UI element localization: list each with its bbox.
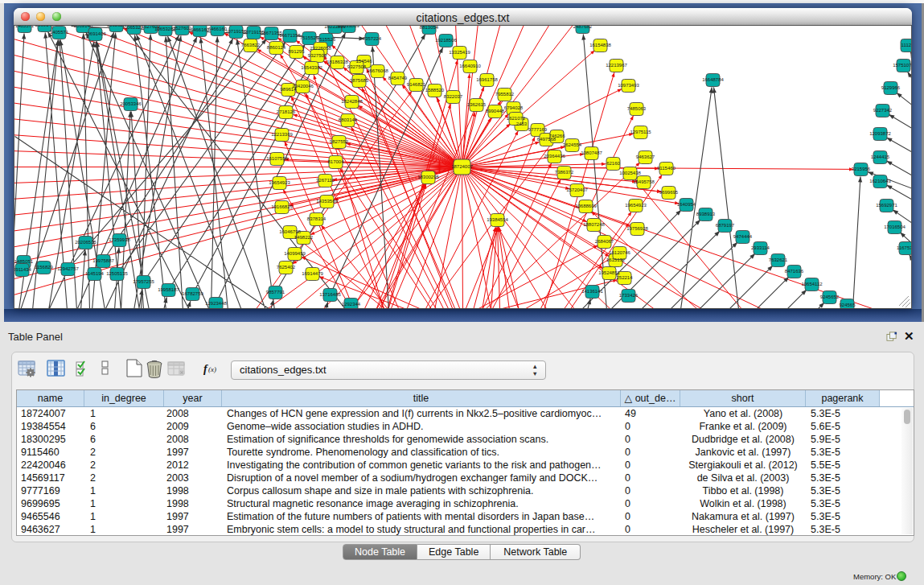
svg-text:12213369: 12213369 bbox=[271, 132, 293, 137]
svg-text:3624554: 3624554 bbox=[563, 142, 582, 147]
svg-text:746266: 746266 bbox=[548, 134, 565, 138]
svg-text:17957255: 17957255 bbox=[133, 279, 154, 284]
svg-text:16154838: 16154838 bbox=[589, 43, 611, 47]
svg-text:12942757: 12942757 bbox=[57, 266, 79, 271]
svg-text:14136141: 14136141 bbox=[581, 289, 603, 294]
svg-text:1292344: 1292344 bbox=[342, 302, 361, 307]
svg-text:1156829: 1156829 bbox=[35, 265, 54, 270]
svg-text:19958187: 19958187 bbox=[158, 287, 179, 292]
svg-text:1167534: 1167534 bbox=[897, 245, 912, 250]
svg-text:18242848: 18242848 bbox=[341, 99, 363, 104]
svg-text:10025438: 10025438 bbox=[619, 171, 641, 175]
svg-text:9827552: 9827552 bbox=[330, 139, 349, 144]
svg-text:16961758: 16961758 bbox=[476, 77, 498, 82]
svg-text:2684067: 2684067 bbox=[595, 239, 614, 244]
svg-text:6879197: 6879197 bbox=[716, 223, 735, 228]
svg-text:16782759: 16782759 bbox=[182, 291, 203, 296]
svg-text:891295: 891295 bbox=[288, 49, 305, 54]
svg-text:20691406: 20691406 bbox=[84, 31, 106, 36]
svg-text:8454749: 8454749 bbox=[388, 76, 408, 80]
svg-text:7485063: 7485063 bbox=[627, 106, 647, 111]
svg-text:26676068: 26676068 bbox=[367, 68, 388, 73]
svg-text:3215956: 3215956 bbox=[852, 167, 871, 171]
svg-text:19654923: 19654923 bbox=[269, 180, 290, 185]
svg-text:16120746: 16120746 bbox=[609, 250, 630, 255]
svg-text:10973493: 10973493 bbox=[618, 83, 639, 88]
svg-text:9115460: 9115460 bbox=[657, 166, 676, 171]
svg-text:154546: 154546 bbox=[355, 59, 372, 64]
svg-text:924565: 924565 bbox=[839, 303, 856, 307]
svg-text:16543382: 16543382 bbox=[301, 65, 322, 70]
svg-text:9327508: 9327508 bbox=[347, 64, 367, 69]
svg-text:7386372: 7386372 bbox=[555, 170, 574, 175]
svg-text:(x): (x) bbox=[208, 365, 216, 373]
svg-text:18724007: 18724007 bbox=[451, 164, 473, 169]
svg-text:9463627: 9463627 bbox=[636, 154, 655, 159]
svg-text:1244415: 1244415 bbox=[871, 154, 890, 159]
svg-text:8990448: 8990448 bbox=[486, 109, 505, 113]
svg-text:8860124: 8860124 bbox=[267, 45, 286, 50]
svg-text:15751074: 15751074 bbox=[893, 63, 912, 68]
svg-text:7632621: 7632621 bbox=[769, 257, 788, 262]
svg-text:1498222: 1498222 bbox=[294, 235, 314, 240]
svg-text:17359938: 17359938 bbox=[109, 237, 130, 242]
svg-text:19166825: 19166825 bbox=[271, 204, 293, 209]
svg-text:10654112: 10654112 bbox=[801, 282, 823, 286]
svg-text:18186328: 18186328 bbox=[326, 60, 348, 64]
svg-text:19975887: 19975887 bbox=[92, 258, 114, 263]
svg-text:2933114: 2933114 bbox=[751, 245, 770, 250]
svg-text:3911434: 3911434 bbox=[14, 267, 32, 272]
svg-text:252214: 252214 bbox=[616, 275, 633, 280]
svg-text:16046798: 16046798 bbox=[279, 229, 301, 234]
svg-text:1527602: 1527602 bbox=[173, 26, 192, 31]
svg-text:11123: 11123 bbox=[901, 43, 912, 47]
svg-text:8471636: 8471636 bbox=[785, 269, 804, 274]
svg-text:19654923: 19654923 bbox=[625, 203, 647, 208]
svg-text:9129966: 9129966 bbox=[881, 85, 901, 90]
svg-text:1405571: 1405571 bbox=[50, 30, 69, 35]
svg-text:1485051: 1485051 bbox=[14, 259, 34, 264]
svg-text:16914479: 16914479 bbox=[302, 271, 323, 276]
svg-text:13325419: 13325419 bbox=[449, 50, 470, 55]
svg-text:8322037: 8322037 bbox=[444, 94, 463, 99]
svg-text:12975115: 12975115 bbox=[630, 130, 651, 134]
svg-text:18807248: 18807248 bbox=[583, 222, 605, 227]
svg-text:14099459: 14099459 bbox=[284, 251, 306, 256]
svg-text:7955812: 7955812 bbox=[495, 92, 515, 97]
svg-text:12923448: 12923448 bbox=[205, 301, 227, 306]
svg-text:8938913: 8938913 bbox=[696, 212, 716, 216]
svg-text:15495758: 15495758 bbox=[633, 179, 655, 184]
svg-text:10807487: 10807487 bbox=[581, 150, 602, 155]
svg-text:16107554: 16107554 bbox=[266, 156, 288, 161]
svg-text:19218506: 19218506 bbox=[435, 38, 457, 43]
svg-text:8378314: 8378314 bbox=[307, 216, 326, 221]
svg-text:20053346: 20053346 bbox=[120, 101, 142, 106]
svg-text:9327509: 9327509 bbox=[308, 53, 327, 58]
svg-text:1733426: 1733426 bbox=[619, 293, 639, 298]
svg-text:16671355: 16671355 bbox=[279, 33, 301, 38]
svg-text:18300295: 18300295 bbox=[417, 175, 439, 179]
svg-text:12093872: 12093872 bbox=[869, 131, 891, 136]
svg-text:9474444: 9474444 bbox=[733, 234, 753, 239]
svg-text:2453: 2453 bbox=[516, 122, 528, 126]
svg-text:9146821: 9146821 bbox=[407, 82, 426, 87]
svg-text:1615132: 1615132 bbox=[606, 257, 626, 262]
svg-text:16210643: 16210643 bbox=[869, 179, 891, 183]
svg-text:3875685: 3875685 bbox=[350, 78, 369, 83]
svg-text:6466160: 6466160 bbox=[191, 27, 210, 32]
svg-text:62160: 62160 bbox=[606, 161, 620, 166]
svg-text:12213967: 12213967 bbox=[606, 63, 627, 68]
svg-text:7663822: 7663822 bbox=[241, 43, 261, 47]
svg-text:817004: 817004 bbox=[327, 159, 344, 164]
svg-text:1588520: 1588520 bbox=[425, 88, 445, 93]
svg-text:9699695: 9699695 bbox=[659, 190, 679, 195]
svg-text:20364436: 20364436 bbox=[544, 154, 565, 159]
svg-text:19756928: 19756928 bbox=[626, 226, 648, 231]
svg-text:1362615: 1362615 bbox=[467, 102, 487, 107]
svg-text:7515526: 7515526 bbox=[317, 37, 336, 42]
svg-text:6794028: 6794028 bbox=[504, 105, 524, 110]
svg-text:7357224: 7357224 bbox=[363, 36, 382, 41]
svg-text:16648784: 16648784 bbox=[702, 77, 724, 82]
svg-text:3267110: 3267110 bbox=[316, 178, 335, 183]
svg-text:9245652: 9245652 bbox=[820, 295, 840, 299]
